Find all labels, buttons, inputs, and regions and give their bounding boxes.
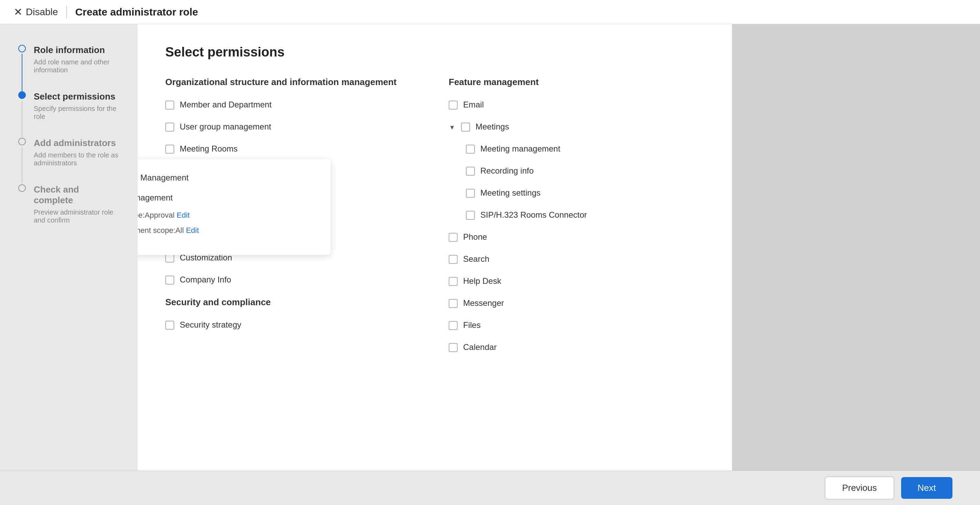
next-button[interactable]: Next [901,477,953,499]
permission-recording-info: Recording info [466,166,705,176]
expanded-parent-row: ▼ Workplace Management [138,173,313,183]
step-title-1: Role information [34,45,121,56]
step-indicator-3 [17,138,27,184]
disable-label: Disable [26,6,58,18]
label-app-management: App Management [138,193,172,202]
permission-phone: Phone [449,232,705,242]
label-help-desk: Help Desk [463,276,501,286]
label-meeting-rooms: Meeting Rooms [180,144,238,154]
step-line-2 [22,100,22,138]
scope1-item: App scope:Approval Edit [138,211,313,220]
main-layout: Role information Add role name and other… [0,24,980,505]
label-meeting-management: Meeting management [480,144,560,154]
step-title-3: Add administrators [34,138,121,148]
step-select-permissions: Select permissions Specify permissions f… [17,91,121,138]
checkbox-search[interactable] [449,255,458,264]
step-line-3 [22,147,22,184]
step-dot-4 [18,184,26,192]
label-meetings: Meetings [476,122,509,132]
permission-workplace-management: ▼ Workplace Management ▼ Workplace Manag… [165,166,421,176]
disable-button[interactable]: ✕ Disable [14,6,58,18]
label-phone: Phone [463,232,487,242]
step-check-complete: Check and complete Preview administrator… [17,184,121,242]
meetings-group: ▼ Meetings Meeting management Recording … [449,122,705,220]
step-line-1 [22,54,22,91]
main-content: Select permissions Organizational struct… [138,24,732,505]
permission-messenger: Messenger [449,298,705,308]
permission-meeting-rooms: Meeting Rooms [165,144,421,154]
step-add-administrators: Add administrators Add members to the ro… [17,138,121,184]
checkbox-sip-h323[interactable] [466,211,475,220]
scope1-edit-link[interactable]: Edit [177,211,190,220]
checkbox-member-department[interactable] [165,100,174,110]
checkbox-meeting-rooms[interactable] [165,145,174,154]
app-management-item: App Management [138,193,313,202]
checkbox-user-group[interactable] [165,123,174,132]
scope2-text: Management scope:All Edit [138,226,199,234]
label-recording-info: Recording info [480,166,534,176]
step-content-2: Select permissions Specify permissions f… [34,91,121,138]
checkbox-recording-info[interactable] [466,167,475,176]
scope1-text: App scope:Approval Edit [138,211,190,220]
scope2-item: Management scope:All Edit [138,226,313,235]
close-icon: ✕ [14,6,22,18]
checkbox-calendar[interactable] [449,343,458,352]
workplace-expanded-popup: ▼ Workplace Management App Management [138,159,331,255]
step-dot-1 [18,45,26,53]
step-content-1: Role information Add role name and other… [34,45,121,91]
meetings-dropdown-arrow[interactable]: ▼ [449,124,455,131]
permissions-grid: Organizational structure and information… [165,77,705,365]
label-member-department: Member and Department [180,100,272,110]
label-email: Email [463,100,484,110]
checkbox-security-strategy[interactable] [165,321,174,330]
label-security-strategy: Security strategy [180,320,241,330]
permission-member-department: Member and Department [165,100,421,110]
label-company-info: Company Info [180,275,231,285]
label-user-group: User group management [180,122,271,132]
left-section2-title: Security and compliance [165,297,421,307]
step-subtitle-3: Add members to the role as administrator… [34,151,121,167]
page-title: Select permissions [165,45,705,60]
permission-calendar: Calendar [449,343,705,352]
checkbox-phone[interactable] [449,233,458,242]
dialog-title: Create administrator role [75,6,198,18]
checkbox-meetings[interactable] [461,123,470,132]
checkbox-meeting-management[interactable] [466,145,475,154]
scope1-prefix: App scope:Approval [138,211,175,220]
permission-help-desk: Help Desk [449,276,705,286]
step-content-4: Check and complete Preview administrator… [34,184,121,242]
step-dot-3 [18,138,26,145]
label-sip-h323: SIP/H.323 Rooms Connector [480,210,587,220]
divider [66,6,67,18]
scope2-prefix: Management scope:All [138,226,184,234]
top-bar: ✕ Disable Create administrator role [0,0,980,24]
permission-sip-h323: SIP/H.323 Rooms Connector [466,210,705,220]
scope2-edit-link[interactable]: Edit [186,226,199,234]
step-indicator-1 [17,45,27,91]
label-meeting-settings: Meeting settings [480,188,541,198]
checkbox-email[interactable] [449,100,458,110]
sidebar: Role information Add role name and other… [0,24,138,505]
permission-user-group: User group management [165,122,421,132]
step-subtitle-2: Specify permissions for the role [34,105,121,121]
right-section-title: Feature management [449,77,705,88]
checkbox-help-desk[interactable] [449,277,458,286]
step-role-information: Role information Add role name and other… [17,45,121,91]
checkbox-messenger[interactable] [449,299,458,308]
permission-company-info: Company Info [165,275,421,285]
step-indicator-2 [17,91,27,138]
checkbox-meeting-settings[interactable] [466,189,475,198]
previous-button[interactable]: Previous [825,476,894,500]
step-title-2: Select permissions [34,91,121,102]
label-messenger: Messenger [463,298,504,308]
permission-meeting-settings: Meeting settings [466,188,705,198]
permission-email: Email [449,100,705,110]
permission-meetings: ▼ Meetings [449,122,705,132]
step-title-4: Check and complete [34,184,121,206]
checkbox-files[interactable] [449,321,458,330]
step-subtitle-4: Preview administrator role and confirm [34,209,121,224]
checkbox-company-info[interactable] [165,276,174,285]
meetings-sub-items: Meeting management Recording info Meetin… [466,144,705,220]
step-content-3: Add administrators Add members to the ro… [34,138,121,184]
permission-security-strategy: Security strategy [165,320,421,330]
